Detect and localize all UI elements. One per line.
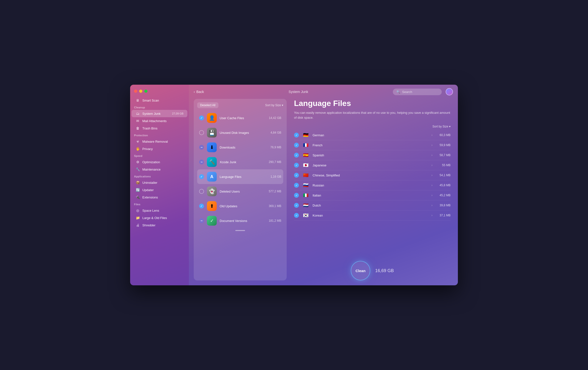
search-bar[interactable]: 🔍 <box>393 89 442 95</box>
sidebar-item-trash-bins[interactable]: 🗑 Trash Bins <box>132 125 187 132</box>
updater-icon: 🔄 <box>136 188 140 192</box>
sidebar-section-protection: Protection <box>130 132 189 138</box>
list-item[interactable]: − 🔨 Xcode Junk 290,7 MB <box>197 155 283 169</box>
sidebar-item-maintenance[interactable]: 🔧 Maintenance <box>132 166 187 173</box>
sidebar-item-optimization[interactable]: ⚙ Optimization <box>132 158 187 166</box>
sidebar-label-trash: Trash Bins <box>142 127 158 130</box>
item-check[interactable]: − <box>199 218 204 223</box>
sidebar-item-uninstaller[interactable]: 📦 Uninstaller <box>132 179 187 186</box>
list-item[interactable]: − ⬇ Downloads 76,9 MB <box>197 140 283 155</box>
extensions-icon: 🔌 <box>136 195 140 199</box>
language-item[interactable]: ✓ 🇳🇱 Dutch › 39,8 MB <box>294 200 451 210</box>
list-item[interactable]: ✓ ⬆ Old Updates 369,1 MB <box>197 199 283 213</box>
lang-name: Korean <box>313 214 428 217</box>
lang-chevron-icon: › <box>431 133 432 137</box>
list-item[interactable]: − ✓ Document Versions 181,2 MB <box>197 213 283 228</box>
list-sort-label[interactable]: Sort by Size ▾ <box>265 104 283 107</box>
item-info: Unused Disk Images <box>220 131 268 135</box>
item-name: Document Versions <box>220 219 266 223</box>
language-item[interactable]: ✓ 🇮🇹 Italian › 45,2 MB <box>294 190 451 200</box>
sidebar-label-optimization: Optimization <box>142 160 160 164</box>
sidebar-item-updater[interactable]: 🔄 Updater <box>132 186 187 194</box>
lang-size: 37,1 MB <box>436 214 451 217</box>
mail-icon: ✉ <box>136 119 140 123</box>
lang-check[interactable]: ✓ <box>294 163 299 168</box>
lang-size: 39,8 MB <box>436 204 451 207</box>
clean-button[interactable]: Clean <box>351 261 370 280</box>
item-check[interactable]: − <box>199 145 204 150</box>
lang-check[interactable]: ✓ <box>294 203 299 208</box>
sidebar-item-extensions[interactable]: 🔌 Extensions <box>132 194 187 201</box>
language-item[interactable]: ✓ 🇪🇸 Spanish › 58,7 MB <box>294 150 451 160</box>
list-item[interactable]: ✓ 👤 User Cache Files 14,42 GB <box>197 111 283 125</box>
sidebar-item-mail-attachments[interactable]: ✉ Mail Attachments <box>132 117 187 125</box>
item-check[interactable]: ✓ <box>199 174 204 179</box>
sidebar-label-large-old-files: Large & Old Files <box>142 216 167 220</box>
language-item[interactable]: ✓ 🇩🇪 German › 60,3 MB <box>294 130 451 140</box>
sidebar-item-privacy[interactable]: 🖐 Privacy <box>132 145 187 152</box>
lang-check[interactable]: ✓ <box>294 183 299 188</box>
language-item[interactable]: ✓ 🇯🇵 Japanese › 55 MB <box>294 160 451 170</box>
item-icon: ✓ <box>207 216 217 226</box>
sidebar-item-space-lens[interactable]: ◎ Space Lens <box>132 207 187 214</box>
lang-flag: 🇰🇷 <box>302 213 309 218</box>
sidebar-label-mail: Mail Attachments <box>142 119 167 123</box>
lang-flag: 🇫🇷 <box>302 143 309 148</box>
item-info: Xcode Junk <box>220 160 266 164</box>
item-check[interactable] <box>199 189 204 194</box>
clean-area: Clean 16,69 GB <box>294 257 451 280</box>
language-item[interactable]: ✓ 🇨🇳 Chinese, Simplified › 54,1 MB <box>294 170 451 180</box>
lang-flag: 🇷🇺 <box>302 183 309 188</box>
sidebar-label-privacy: Privacy <box>142 147 153 151</box>
detail-sort-label[interactable]: Sort by Size ▾ <box>294 125 451 128</box>
lang-chevron-icon: › <box>431 204 432 207</box>
smart-scan-label: Smart Scan <box>142 99 159 102</box>
minimize-button[interactable] <box>139 90 142 93</box>
lang-name: Chinese, Simplified <box>313 173 428 177</box>
lang-flag: 🇳🇱 <box>302 203 309 208</box>
sidebar-item-large-old-files[interactable]: 📁 Large & Old Files <box>132 214 187 221</box>
lang-name: Japanese <box>313 163 428 167</box>
lang-check[interactable]: ✓ <box>294 133 299 138</box>
sidebar-item-malware[interactable]: ☣ Malware Removal <box>132 138 187 145</box>
list-item[interactable]: ✓ A Language Files 1,16 GB <box>197 169 283 184</box>
sidebar-section-files: Files <box>130 201 189 207</box>
language-item[interactable]: ✓ 🇰🇷 Korean › 37,1 MB <box>294 210 451 220</box>
item-check[interactable]: ✓ <box>199 116 204 120</box>
lang-check[interactable]: ✓ <box>294 173 299 178</box>
avatar[interactable] <box>446 88 453 95</box>
close-button[interactable] <box>134 90 137 93</box>
sidebar-item-smart-scan[interactable]: 🖥 Smart Scan <box>132 97 187 104</box>
back-chevron-icon: ‹ <box>194 90 195 94</box>
item-check[interactable]: − <box>199 160 204 164</box>
lang-check[interactable]: ✓ <box>294 153 299 158</box>
trash-icon: 🗑 <box>136 126 140 130</box>
item-name: Language Files <box>220 175 268 179</box>
list-header: Deselect All Sort by Size ▾ <box>197 102 283 108</box>
lang-name: Dutch <box>313 204 428 207</box>
sidebar-item-shredder[interactable]: 🖨 Shredder <box>132 221 187 229</box>
sidebar-item-system-junk[interactable]: 🗂 System Junk 27,09 GB <box>132 110 187 117</box>
lang-chevron-icon: › <box>431 173 432 177</box>
item-check[interactable] <box>199 130 204 135</box>
back-button[interactable]: ‹ Back <box>194 90 204 94</box>
sidebar-label-shredder: Shredder <box>142 223 155 227</box>
lang-name: Italian <box>313 194 428 197</box>
list-item[interactable]: 👻 Deleted Users 577,2 MB <box>197 184 283 199</box>
lang-chevron-icon: › <box>431 153 432 157</box>
lang-check[interactable]: ✓ <box>294 143 299 148</box>
item-check[interactable]: ✓ <box>199 204 204 208</box>
language-item[interactable]: ✓ 🇫🇷 French › 59,9 MB <box>294 140 451 150</box>
lang-chevron-icon: › <box>431 143 432 147</box>
lang-name: Russian <box>313 184 428 187</box>
back-label: Back <box>196 90 204 94</box>
deselect-all-button[interactable]: Deselect All <box>197 102 218 108</box>
item-info: User Cache Files <box>220 116 266 120</box>
search-input[interactable] <box>402 90 436 94</box>
lang-check[interactable]: ✓ <box>294 213 299 218</box>
lang-check[interactable]: ✓ <box>294 193 299 198</box>
language-item[interactable]: ✓ 🇷🇺 Russian › 45,8 MB <box>294 180 451 190</box>
list-item[interactable]: 💾 Unused Disk Images 4,84 GB <box>197 125 283 140</box>
traffic-lights <box>130 90 189 97</box>
maximize-button[interactable] <box>144 90 147 93</box>
